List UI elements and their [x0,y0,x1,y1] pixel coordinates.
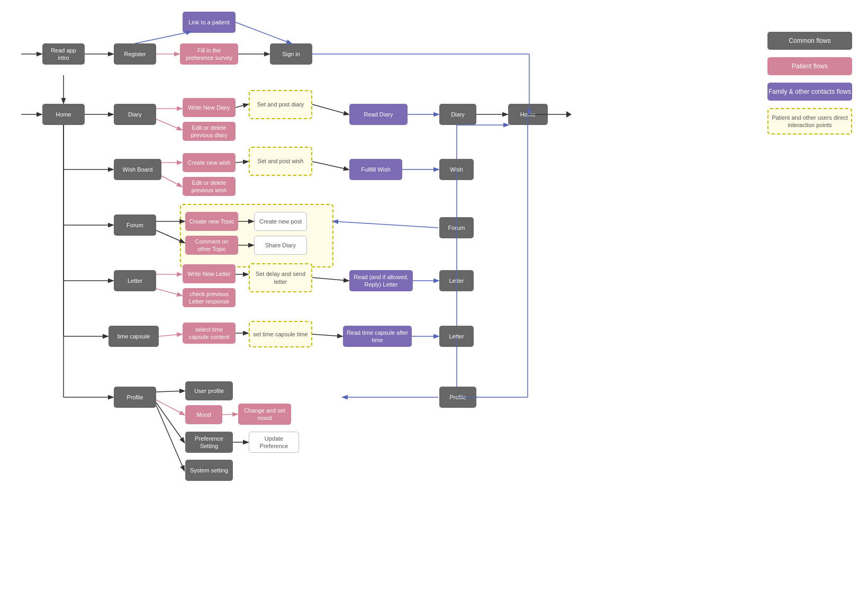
legend-common: Common flows [767,32,852,50]
svg-line-13 [236,104,248,108]
svg-line-14 [312,104,348,114]
node-register: Register [114,43,156,65]
node-letter-right2: Letter [439,326,474,347]
svg-line-4 [135,32,191,43]
node-check-prev-letter: check previous Letter response [183,288,236,307]
node-read-diary: Read Diary [349,104,408,125]
svg-line-12 [156,119,182,130]
node-set-post-diary: Set and post diary [249,90,312,119]
svg-line-48 [312,334,342,336]
node-home-right: Home [508,104,548,125]
svg-line-46 [159,334,182,336]
svg-line-55 [156,400,184,415]
node-set-delay-send: Set delay and send letter [249,263,312,292]
node-user-profile: User profile [185,381,233,400]
node-diary-right: Diary [439,104,476,125]
svg-line-24 [312,162,348,169]
node-edit-delete-diary: Edit or delete previous diary [183,122,236,141]
svg-line-23 [236,162,248,163]
legend-family-box: Family & other contacts flows [767,83,852,101]
node-write-new-letter: Write New Letter [183,264,236,283]
legend-common-box: Common flows [767,32,852,50]
node-profile-right: Profile [439,387,476,408]
node-edit-delete-wish: Edit or delete previous wish [183,177,236,196]
node-set-time-capsule-time: set time capsule time [249,321,312,347]
node-pref-setting: Preference Setting [185,432,233,453]
legend-patient-box: Patient flows [767,57,852,75]
node-share-diary: Share Diary [254,236,307,255]
node-update-pref: Update Preference [249,432,299,453]
node-link-patient: Link to a patient [183,12,236,33]
svg-line-59 [156,405,184,470]
svg-line-57 [156,403,184,442]
legend-patient: Patient flows [767,57,852,75]
node-forum: Forum [114,214,156,236]
node-read-reply-letter: Read (and if allowed, Reply) Letter [349,270,413,291]
node-diary-left: Diary [114,104,156,125]
node-system-setting: System setting [185,460,233,481]
node-change-set-mood: Change and set mood [238,404,291,425]
node-read-time-capsule: Read time capsule after time [343,326,412,347]
node-mood: Mood [185,405,222,424]
node-fill-pref: Fill in the preference survey [180,43,238,65]
arrows-svg [0,0,868,599]
node-fulfill-wish: Fullfill Wish [349,159,402,180]
node-select-time-capsule: select time capsule content [183,323,236,344]
node-write-new-diary: Write New Diary [183,98,236,117]
legend: Common flows Patient flows Family & othe… [767,32,852,135]
node-time-capsule: time capsule [108,326,159,347]
node-sign-in: Sign in [270,43,312,65]
node-comment-other-topic: Comment on other Topic [185,236,238,255]
diagram: Common flows Patient flows Family & othe… [0,0,868,599]
svg-line-5 [236,22,291,43]
svg-marker-18 [566,111,572,118]
node-create-new-topic: Create new Topic [185,212,238,231]
node-create-new-post: Create new post [254,212,307,231]
node-home-left: Home [42,104,85,125]
node-forum-right: Forum [439,217,474,238]
node-profile: Profile [114,387,156,408]
node-letter-right: Letter [439,270,474,291]
node-wish-right: Wish [439,159,474,180]
node-letter: Letter [114,270,156,291]
node-create-new-wish: Create new wish [183,153,236,172]
node-wish-board: Wish Board [114,159,161,180]
svg-line-41 [312,278,348,281]
node-set-post-wish: Set and post wish [249,147,312,176]
node-read-app-intro: Read app intro [42,43,85,65]
legend-family: Family & other contacts flows [767,83,852,101]
svg-line-56 [222,414,237,415]
legend-interaction-box: Patient and other users direct interacti… [767,108,852,135]
legend-interaction: Patient and other users direct interacti… [767,108,852,135]
svg-line-22 [161,176,182,186]
svg-line-54 [156,391,184,392]
svg-line-39 [156,289,182,296]
svg-line-34 [333,221,438,228]
